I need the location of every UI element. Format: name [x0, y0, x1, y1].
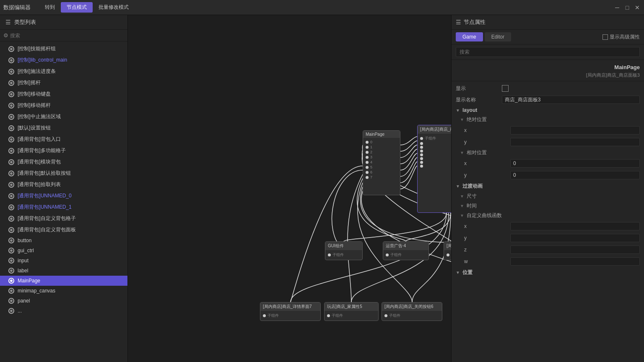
curve-z-input[interactable]	[510, 246, 640, 254]
graph-node-header: 运营广告·4	[383, 242, 428, 250]
graph-node-shop-detail-page[interactable]: [局内商店]商店_详情界面7子组件	[260, 302, 321, 321]
goto-button[interactable]: 转到	[39, 2, 61, 13]
properties-area: 显示 显示名称 ▼ layout ▼ 绝对位置 x	[452, 81, 644, 362]
list-item-control-lib[interactable]: [控制]lib_control_main	[0, 54, 127, 66]
node-dot	[8, 91, 14, 97]
node-dot	[8, 278, 14, 284]
rel-y-input[interactable]	[510, 171, 640, 179]
list-item-bag-pickup-list[interactable]: [通用背包]拾取列表	[0, 179, 127, 190]
graph-node-shop-family[interactable]: 玩店]商店_家属性5子组件	[324, 302, 379, 321]
app-title: 数据编辑器	[3, 4, 31, 11]
item-label: [控制]移动键盘	[18, 90, 51, 98]
size-arrow: ▼	[460, 194, 464, 199]
list-item-control-stop-spell[interactable]: [控制]中止施法区域	[0, 111, 127, 122]
node-dot	[8, 258, 14, 264]
layout-section[interactable]: ▼ layout	[452, 106, 644, 115]
tab-game[interactable]: Game	[456, 32, 483, 41]
curve-w-input[interactable]	[510, 257, 640, 266]
batch-mode-button[interactable]: 批量修改模式	[93, 2, 135, 13]
minimize-button[interactable]: ─	[614, 4, 621, 11]
graph-node-mainpage-node[interactable]: MainPage01234567	[363, 130, 400, 195]
list-item-panel[interactable]: panel	[0, 296, 127, 306]
list-item-bag-multi-grid[interactable]: [通用背包]多功能格子	[0, 145, 127, 156]
titlebar: 数据编辑器 转到 节点模式 批量修改模式 ─ □ ✕	[0, 0, 644, 15]
list-item-bag-entrance[interactable]: [通用背包]背包入口	[0, 134, 127, 145]
right-search-input[interactable]	[456, 47, 640, 57]
abs-y-input[interactable]	[510, 138, 640, 146]
list-item-mainpage[interactable]: MainPage	[0, 276, 127, 286]
port-row: 子组件	[384, 313, 439, 319]
node-dot	[8, 227, 14, 233]
list-item-bag-unnamed0[interactable]: [通用背包]UNNAMED_0	[0, 190, 127, 202]
port-row: 2	[366, 150, 397, 155]
node-mode-button[interactable]: 节点模式	[61, 2, 93, 13]
left-panel: ☰ 类型列表 ⚙ [控制]技能摇杆组[控制]lib_control_main[控…	[0, 15, 128, 362]
graph-node-header: [局内商店]商店_目录4	[444, 242, 451, 250]
graph-node-shop-close[interactable]: [局内商店]商店_关闭按钮6子组件	[382, 302, 442, 321]
graph-node-shop-panel[interactable]: [局内商店]商店_商店面板3子组件	[417, 125, 451, 213]
size-section[interactable]: ▼ 尺寸	[452, 191, 644, 201]
list-item-bag-custom-panel[interactable]: [通用背包]自定义背包面板	[0, 224, 127, 235]
position-arrow: ▼	[456, 270, 460, 275]
node-dot	[8, 238, 14, 243]
display-name-input[interactable]	[502, 96, 640, 104]
time-section[interactable]: ▼ 时间	[452, 201, 644, 211]
display-row: 显示	[452, 83, 644, 94]
graph-node-header: GUI组件	[325, 242, 362, 250]
curve-x-row: x	[452, 220, 644, 232]
curve-x-input[interactable]	[510, 222, 640, 230]
close-button[interactable]: ✕	[634, 4, 641, 11]
tabs-row: Game Editor 显示高级属性	[452, 30, 644, 44]
node-dot	[8, 125, 14, 131]
list-item-control-move-keyboard[interactable]: [控制]移动键盘	[0, 88, 127, 100]
abs-x-input[interactable]	[510, 126, 640, 134]
rel-pos-arrow: ▼	[460, 150, 464, 155]
port-row: 6	[366, 170, 397, 175]
node-info: MainPage [局内商店]商店_商店面板3	[452, 60, 644, 81]
show-advanced-row: 显示高级属性	[602, 34, 640, 41]
tab-editor[interactable]: Editor	[485, 32, 511, 41]
curve-w-label: w	[464, 259, 510, 264]
properties-icon: ☰	[456, 19, 461, 26]
rel-x-input[interactable]	[510, 159, 640, 168]
port-row: 子组件	[327, 313, 376, 319]
graph-node-shop-target[interactable]: [局内商店]商店_目录4子组件	[444, 241, 451, 260]
list-item-minimap-canvas[interactable]: minimap_canvas	[0, 286, 127, 296]
list-item-button[interactable]: button	[0, 235, 127, 246]
port-row	[420, 153, 451, 157]
curve-label: 自定义曲线函数	[467, 212, 502, 219]
show-advanced-checkbox[interactable]	[602, 34, 608, 40]
port-row	[420, 160, 451, 164]
abs-pos-section[interactable]: ▼ 绝对位置	[452, 115, 644, 124]
curve-y-input[interactable]	[510, 234, 640, 242]
rel-pos-section[interactable]: ▼ 相对位置	[452, 148, 644, 158]
list-item-bag-default-pickup[interactable]: [通用背包]默认拾取按钮	[0, 168, 127, 179]
list-item-control-joystick2[interactable]: [控制]摇杆	[0, 77, 127, 88]
list-item-bag-custom-grid[interactable]: [通用背包]自定义背包格子	[0, 213, 127, 224]
time-arrow: ▼	[460, 204, 464, 208]
list-item-more[interactable]: ...	[0, 306, 127, 316]
search-input[interactable]	[10, 33, 124, 39]
curve-section[interactable]: ▼ 自定义曲线函数	[452, 211, 644, 220]
port-row	[420, 157, 451, 160]
port-row	[420, 164, 451, 168]
graph-node-gui-widget[interactable]: GUI组件子组件	[325, 241, 363, 260]
list-item-control-move-joystick[interactable]: [控制]移动摇杆	[0, 100, 127, 111]
center-canvas[interactable]: MainPage01234567[局内商店]商店_商店面板3子组件GUI组件子组…	[128, 15, 451, 362]
list-item-control-spell-progress[interactable]: [控制]施法进度条	[0, 66, 127, 77]
list-item-input[interactable]: input	[0, 256, 127, 266]
list-item-default-settings-btn[interactable]: [默认]设置按钮	[0, 122, 127, 134]
list-item-gui-ctrl[interactable]: gui_ctrl	[0, 246, 127, 256]
list-item-label[interactable]: label	[0, 266, 127, 276]
graph-node-banner-ad[interactable]: 运营广告·4子组件	[383, 241, 429, 260]
display-checkbox[interactable]	[502, 85, 509, 92]
maximize-button[interactable]: □	[624, 4, 631, 11]
list-item-control-joystick[interactable]: [控制]技能摇杆组	[0, 43, 127, 54]
port-row	[420, 142, 451, 145]
transition-section[interactable]: ▼ 过渡动画	[452, 181, 644, 191]
position-section[interactable]: ▼ 位置	[452, 267, 644, 278]
list-item-bag-module[interactable]: [通用背包]模块背包	[0, 156, 127, 168]
item-label: [控制]lib_control_main	[18, 57, 67, 64]
graph-node-body: 子组件	[325, 250, 362, 260]
list-item-bag-unnamed1[interactable]: [通用背包]UNNAMED_1	[0, 202, 127, 213]
